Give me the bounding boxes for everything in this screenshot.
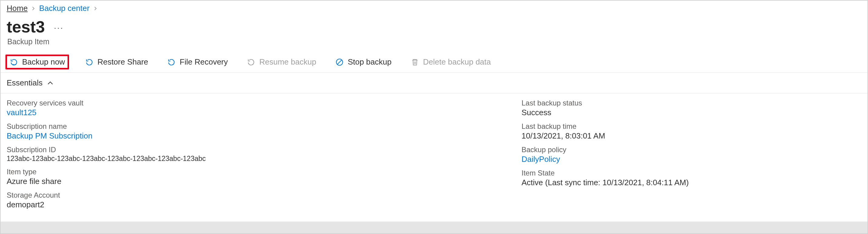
delete-backup-data-button: Delete backup data [407, 56, 494, 68]
resume-backup-button: Resume backup [244, 56, 319, 68]
page-subtitle: Backup Item [1, 36, 867, 53]
delete-backup-data-label: Delete backup data [423, 57, 491, 67]
backup-policy-label: Backup policy [522, 146, 861, 154]
restore-icon [85, 58, 94, 67]
essentials-left-column: Recovery services vault vault125 Subscri… [7, 99, 497, 214]
breadcrumb: Home Backup center [1, 1, 867, 13]
subscription-name-label: Subscription name [7, 122, 497, 130]
resume-backup-label: Resume backup [259, 57, 316, 67]
item-type-label: Item type [7, 168, 497, 176]
recovery-vault-label: Recovery services vault [7, 99, 497, 107]
last-backup-time-value: 10/13/2021, 8:03:01 AM [522, 131, 861, 141]
file-recovery-label: File Recovery [180, 57, 228, 67]
item-state-label: Item State [522, 169, 861, 177]
essentials-toggle[interactable]: Essentials [1, 73, 867, 93]
file-recovery-button[interactable]: File Recovery [164, 56, 231, 68]
recovery-vault-value[interactable]: vault125 [7, 108, 497, 117]
footer-bar [1, 222, 867, 233]
storage-account-label: Storage Account [7, 191, 497, 200]
page-title: test3 [7, 17, 45, 36]
more-actions-button[interactable]: ··· [54, 21, 64, 33]
last-backup-status-label: Last backup status [522, 99, 861, 107]
subscription-id-value: 123abc-123abc-123abc-123abc-123abc-123ab… [7, 154, 497, 163]
backup-now-icon [9, 58, 19, 67]
toolbar: Backup now Restore Share File Recovery [1, 53, 867, 72]
breadcrumb-home[interactable]: Home [7, 4, 28, 13]
title-row: test3 ··· [1, 13, 867, 36]
chevron-right-icon [31, 4, 35, 12]
stop-backup-icon [335, 58, 344, 67]
resume-backup-icon [247, 58, 256, 67]
essentials-right-column: Last backup status Success Last backup t… [522, 99, 861, 214]
restore-share-button[interactable]: Restore Share [82, 56, 151, 68]
last-backup-time-label: Last backup time [522, 122, 861, 130]
essentials-body: Recovery services vault vault125 Subscri… [1, 93, 867, 222]
subscription-name-value[interactable]: Backup PM Subscription [7, 131, 497, 141]
restore-share-label: Restore Share [97, 57, 148, 67]
subscription-id-label: Subscription ID [7, 146, 497, 154]
svg-line-1 [337, 60, 342, 64]
item-type-value: Azure file share [7, 177, 497, 186]
backup-policy-value[interactable]: DailyPolicy [522, 154, 861, 164]
stop-backup-button[interactable]: Stop backup [332, 56, 395, 68]
delete-icon [410, 58, 420, 67]
backup-now-label: Backup now [22, 57, 65, 67]
stop-backup-label: Stop backup [348, 57, 392, 67]
storage-account-value: demopart2 [7, 200, 497, 209]
item-state-value: Active (Last sync time: 10/13/2021, 8:04… [522, 178, 861, 187]
file-recovery-icon [167, 58, 176, 67]
chevron-right-icon [93, 4, 97, 12]
breadcrumb-backup-center[interactable]: Backup center [39, 4, 89, 13]
backup-now-button[interactable]: Backup now [5, 55, 69, 69]
essentials-heading: Essentials [7, 78, 43, 88]
chevron-up-icon [47, 80, 54, 86]
last-backup-status-value: Success [522, 108, 861, 117]
